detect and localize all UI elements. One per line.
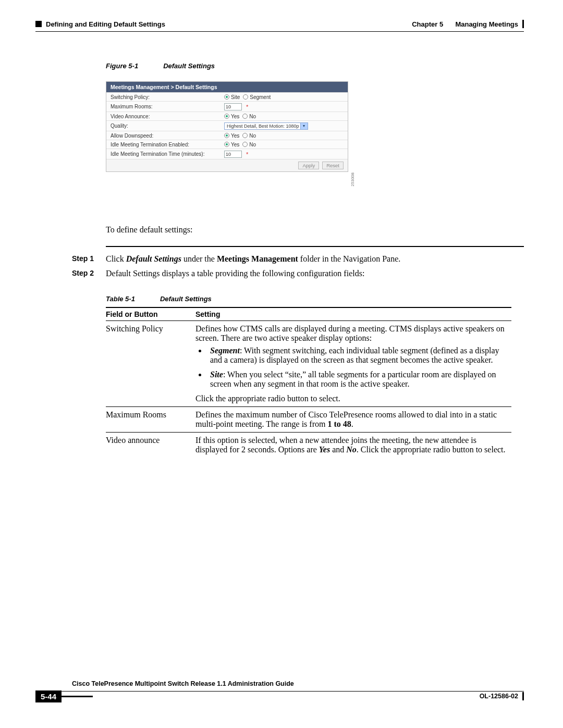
reset-button[interactable]: Reset bbox=[322, 162, 344, 169]
radio-no[interactable]: No bbox=[242, 142, 256, 147]
doc-id: OL-12586-02 bbox=[480, 693, 518, 700]
footer-guide-title: Cisco TelePresence Multipoint Switch Rel… bbox=[72, 680, 294, 687]
screenshot-breadcrumb: Meetings Management > Default Settings bbox=[106, 82, 348, 92]
page-header: Defining and Editing Default Settings Ch… bbox=[35, 20, 524, 28]
footer-rule bbox=[35, 691, 524, 692]
row-label: Switching Policy: bbox=[111, 94, 224, 100]
header-bar-icon bbox=[522, 20, 524, 28]
field-setting: If this option is selected, when a new a… bbox=[195, 433, 511, 458]
screenshot-default-settings: 253008 Meetings Management > Default Set… bbox=[106, 81, 348, 172]
intro-text: To define default settings: bbox=[106, 225, 524, 235]
col-header-setting: Setting bbox=[195, 307, 511, 321]
idle-time-input[interactable]: 10 bbox=[224, 151, 242, 158]
table-number: Table 5-1 bbox=[106, 295, 135, 303]
table-row: Switching Policy Defines how CTMS calls … bbox=[106, 321, 511, 407]
field-name: Video announce bbox=[106, 433, 195, 458]
header-section-title: Defining and Editing Default Settings bbox=[46, 20, 165, 28]
row-label: Allow Downspeed: bbox=[111, 133, 224, 139]
col-header-field: Field or Button bbox=[106, 307, 195, 321]
row-label: Maximum Rooms: bbox=[111, 104, 224, 109]
footer-bar-icon bbox=[62, 696, 93, 697]
screenshot-id: 253008 bbox=[350, 172, 355, 187]
row-label: Video Announce: bbox=[111, 114, 224, 119]
required-icon: * bbox=[246, 104, 248, 110]
figure-title: Default Settings bbox=[163, 62, 215, 70]
required-icon: * bbox=[246, 151, 248, 157]
figure-number: Figure 5-1 bbox=[106, 62, 138, 70]
footer-right: OL-12586-02 bbox=[480, 692, 524, 700]
step-text: Default Settings displays a table provid… bbox=[106, 269, 524, 278]
step-1: Step 1 Click Default Settings under the … bbox=[35, 254, 524, 264]
step-label: Step 2 bbox=[35, 269, 106, 278]
radio-yes[interactable]: Yes bbox=[224, 133, 239, 139]
field-setting: Defines the maximum number of Cisco Tele… bbox=[195, 407, 511, 433]
footer-left: 5-44 bbox=[35, 690, 93, 702]
row-label: Idle Meeting Termination Enabled: bbox=[111, 142, 224, 147]
apply-button[interactable]: Apply bbox=[298, 162, 319, 169]
figure-caption: Figure 5-1Default Settings bbox=[106, 62, 524, 70]
radio-segment[interactable]: Segment bbox=[243, 94, 271, 100]
field-name: Switching Policy bbox=[106, 321, 195, 407]
steps-rule bbox=[106, 246, 524, 247]
table-row: Video announce If this option is selecte… bbox=[106, 433, 511, 458]
field-setting: Defines how CTMS calls are displayed dur… bbox=[195, 321, 511, 407]
chevron-down-icon: ▾ bbox=[300, 123, 308, 129]
radio-no[interactable]: No bbox=[242, 133, 256, 139]
header-rule bbox=[35, 31, 524, 32]
radio-site[interactable]: Site bbox=[224, 94, 240, 100]
list-item: Site: When you select “site,” all table … bbox=[207, 370, 509, 389]
radio-yes[interactable]: Yes bbox=[224, 142, 239, 147]
row-label: Idle Meeting Termination Time (minutes): bbox=[111, 151, 224, 157]
step-2: Step 2 Default Settings displays a table… bbox=[35, 269, 524, 278]
list-item: Segment: With segment switching, each in… bbox=[207, 346, 509, 365]
quality-select[interactable]: Highest Detail, Best Motion: 1080p ▾ bbox=[224, 122, 308, 130]
max-rooms-input[interactable]: 10 bbox=[224, 103, 242, 110]
footer-bar-icon bbox=[522, 692, 524, 700]
table-row: Maximum Rooms Defines the maximum number… bbox=[106, 407, 511, 433]
table-title: Default Settings bbox=[160, 295, 212, 303]
radio-yes[interactable]: Yes bbox=[224, 114, 239, 119]
step-label: Step 1 bbox=[35, 254, 106, 264]
step-text: Click Default Settings under the Meeting… bbox=[106, 254, 524, 264]
table-caption: Table 5-1Default Settings bbox=[106, 295, 524, 303]
page-number: 5-44 bbox=[35, 690, 62, 702]
header-chapter-title: Managing Meetings bbox=[455, 20, 518, 28]
fields-table: Field or Button Setting Switching Policy… bbox=[106, 307, 511, 458]
header-marker-icon bbox=[35, 21, 42, 27]
header-chapter: Chapter 5 bbox=[412, 20, 443, 28]
field-name: Maximum Rooms bbox=[106, 407, 195, 433]
row-label: Quality: bbox=[111, 123, 224, 129]
radio-no[interactable]: No bbox=[242, 114, 256, 119]
